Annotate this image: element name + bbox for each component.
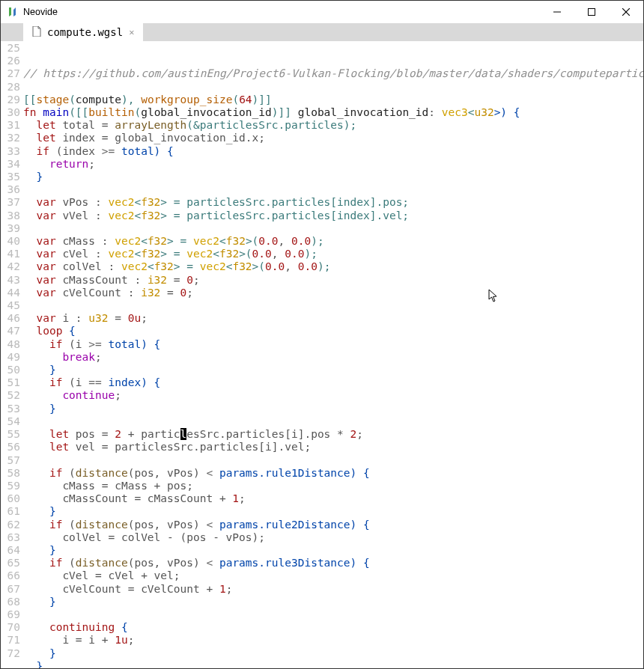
app-logo-icon <box>7 6 19 18</box>
titlebar: Neovide <box>1 1 643 23</box>
text-cursor: l <box>180 428 187 440</box>
editor-area[interactable]: 25 26 27 28 29 30 31 32 33 34 35 36 37 3… <box>1 41 643 668</box>
maximize-button[interactable] <box>574 1 609 23</box>
close-button[interactable] <box>609 1 643 23</box>
tab-bar: compute.wgsl ✕ <box>1 23 643 41</box>
tab-filename: compute.wgsl <box>47 26 123 38</box>
window-controls <box>540 1 643 23</box>
line-number-gutter: 25 26 27 28 29 30 31 32 33 34 35 36 37 3… <box>1 41 23 668</box>
file-icon <box>32 26 41 39</box>
window-title: Neovide <box>23 7 58 17</box>
tab-compute-wgsl[interactable]: compute.wgsl ✕ <box>23 23 143 41</box>
svg-rect-1 <box>589 9 595 16</box>
code-content[interactable]: // https://github.com/austinEng/Project6… <box>23 41 643 668</box>
minimize-button[interactable] <box>540 1 574 23</box>
tab-close-icon[interactable]: ✕ <box>129 27 134 37</box>
